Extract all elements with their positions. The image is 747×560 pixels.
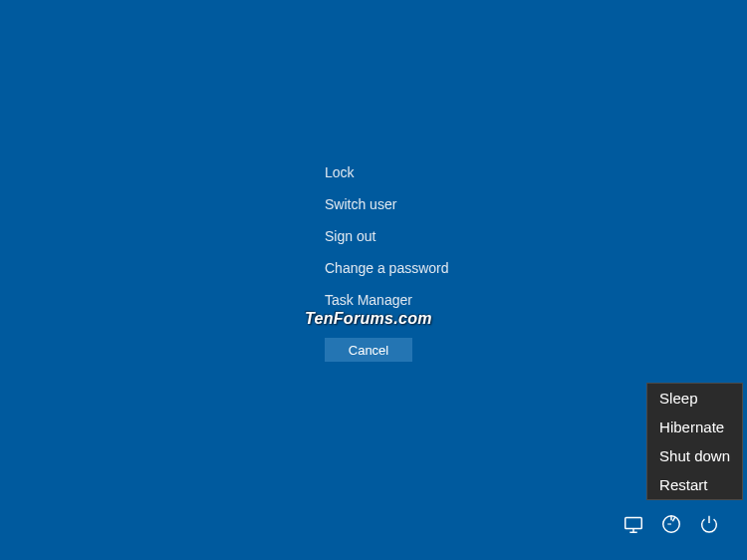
menu-item-switch-user[interactable]: Switch user <box>325 188 449 220</box>
power-menu-restart[interactable]: Restart <box>647 470 742 499</box>
menu-item-sign-out[interactable]: Sign out <box>325 220 449 252</box>
svg-rect-0 <box>625 518 642 529</box>
ease-of-access-icon[interactable] <box>659 512 683 536</box>
power-icon[interactable] <box>697 512 721 536</box>
power-menu-sleep[interactable]: Sleep <box>647 384 742 413</box>
power-context-menu: Sleep Hibernate Shut down Restart <box>646 383 743 500</box>
menu-item-lock[interactable]: Lock <box>325 156 449 188</box>
cancel-button[interactable]: Cancel <box>325 338 412 362</box>
power-menu-shut-down[interactable]: Shut down <box>647 441 742 470</box>
menu-item-change-password[interactable]: Change a password <box>325 252 449 284</box>
watermark-text: TenForums.com <box>305 310 432 328</box>
power-menu-hibernate[interactable]: Hibernate <box>647 413 742 441</box>
security-options-menu: Lock Switch user Sign out Change a passw… <box>325 156 449 316</box>
network-icon[interactable] <box>622 512 645 536</box>
bottom-icon-row <box>622 512 721 536</box>
